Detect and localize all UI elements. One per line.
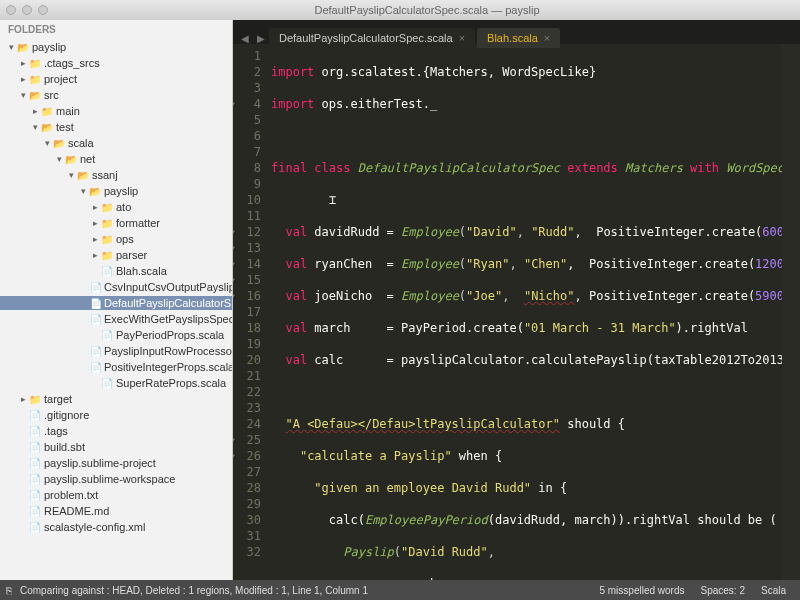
line-number[interactable]: 15 (233, 272, 261, 288)
close-tab-icon[interactable]: × (459, 32, 465, 44)
line-gutter[interactable]: 1234567891011121314151617181920212223242… (233, 44, 267, 580)
line-number[interactable]: 1 (233, 48, 261, 64)
folder-icon: 📂 (28, 90, 42, 101)
line-number[interactable]: 8 (233, 160, 261, 176)
tree-item[interactable]: 📄PayslipInputRowProcessorSpec.scala (0, 344, 232, 358)
line-number[interactable]: 13 (233, 240, 261, 256)
line-number[interactable]: 5 (233, 112, 261, 128)
tree-item[interactable]: 📄scalastyle-config.xml (0, 520, 232, 534)
tree-item[interactable]: ▸📁ops (0, 232, 232, 246)
line-number[interactable]: 14 (233, 256, 261, 272)
disclosure-icon[interactable]: ▸ (18, 74, 28, 84)
tree-item[interactable]: 📄PayPeriodProps.scala (0, 328, 232, 342)
status-spelling[interactable]: 5 misspelled words (591, 585, 692, 596)
editor-tab[interactable]: Blah.scala× (477, 28, 560, 48)
tree-item[interactable]: ▾📂ssanj (0, 168, 232, 182)
tree-item[interactable]: 📄problem.txt (0, 488, 232, 502)
tree-item[interactable]: 📄payslip.sublime-project (0, 456, 232, 470)
tree-item[interactable]: ▾📂src (0, 88, 232, 102)
line-number[interactable]: 4 (233, 96, 261, 112)
tab-next-icon[interactable]: ▶ (253, 33, 269, 44)
line-number[interactable]: 31 (233, 528, 261, 544)
line-number[interactable]: 17 (233, 304, 261, 320)
tree-item[interactable]: ▸📁ato (0, 200, 232, 214)
tree-item[interactable]: 📄Blah.scala (0, 264, 232, 278)
tab-bar[interactable]: ◀ ▶ DefaultPayslipCalculatorSpec.scala×B… (233, 20, 800, 44)
disclosure-icon[interactable]: ▸ (18, 58, 28, 68)
zoom-window-icon[interactable] (38, 5, 48, 15)
minimap[interactable] (782, 44, 800, 580)
folder-tree[interactable]: ▾📂payslip▸📁.ctags_srcs▸📁project▾📂src▸📁ma… (0, 39, 232, 535)
disclosure-icon[interactable]: ▸ (30, 106, 40, 116)
traffic-lights[interactable] (6, 5, 48, 15)
line-number[interactable]: 26 (233, 448, 261, 464)
disclosure-icon[interactable]: ▾ (78, 186, 88, 196)
line-number[interactable]: 16 (233, 288, 261, 304)
tree-item[interactable]: ▸📁formatter (0, 216, 232, 230)
disclosure-icon[interactable]: ▸ (90, 218, 100, 228)
disclosure-icon[interactable]: ▸ (90, 202, 100, 212)
disclosure-icon[interactable]: ▾ (54, 154, 64, 164)
line-number[interactable]: 12 (233, 224, 261, 240)
file-icon: 📄 (28, 410, 42, 421)
line-number[interactable]: 29 (233, 496, 261, 512)
close-window-icon[interactable] (6, 5, 16, 15)
line-number[interactable]: 24 (233, 416, 261, 432)
tree-item[interactable]: 📄build.sbt (0, 440, 232, 454)
tree-item[interactable]: 📄CsvInputCsvOutputPayslipGeneratorSpec.s… (0, 280, 232, 294)
tree-item[interactable]: ▸📁parser (0, 248, 232, 262)
line-number[interactable]: 23 (233, 400, 261, 416)
line-number[interactable]: 25 (233, 432, 261, 448)
line-number[interactable]: 20 (233, 352, 261, 368)
disclosure-icon[interactable]: ▾ (42, 138, 52, 148)
close-tab-icon[interactable]: × (544, 32, 550, 44)
editor-tab[interactable]: DefaultPayslipCalculatorSpec.scala× (269, 28, 475, 48)
line-number[interactable]: 3 (233, 80, 261, 96)
folder-sidebar[interactable]: FOLDERS ▾📂payslip▸📁.ctags_srcs▸📁project▾… (0, 20, 233, 580)
tree-item[interactable]: 📄ExecWithGetPayslipsSpec.scala (0, 312, 232, 326)
line-number[interactable]: 28 (233, 480, 261, 496)
line-number[interactable]: 32 (233, 544, 261, 560)
tree-item[interactable]: 📄payslip.sublime-workspace (0, 472, 232, 486)
line-number[interactable]: 21 (233, 368, 261, 384)
line-number[interactable]: 19 (233, 336, 261, 352)
tree-item[interactable]: ▾📂test (0, 120, 232, 134)
tree-item[interactable]: ▾📂payslip (0, 184, 232, 198)
tree-item[interactable]: 📄DefaultPayslipCalculatorSpec.scala (0, 296, 232, 310)
disclosure-icon[interactable]: ▾ (30, 122, 40, 132)
window-title: DefaultPayslipCalculatorSpec.scala — pay… (60, 4, 794, 16)
tree-item[interactable]: ▾📂payslip (0, 40, 232, 54)
tree-item[interactable]: ▾📂net (0, 152, 232, 166)
minimize-window-icon[interactable] (22, 5, 32, 15)
tree-item[interactable]: 📄SuperRateProps.scala (0, 376, 232, 390)
line-number[interactable]: 22 (233, 384, 261, 400)
disclosure-icon[interactable]: ▸ (90, 234, 100, 244)
tree-item[interactable]: ▸📁target (0, 392, 232, 406)
tree-item[interactable]: 📄.tags (0, 424, 232, 438)
line-number[interactable]: 30 (233, 512, 261, 528)
line-number[interactable]: 10 (233, 192, 261, 208)
tree-item[interactable]: ▸📁project (0, 72, 232, 86)
line-number[interactable]: 7 (233, 144, 261, 160)
disclosure-icon[interactable]: ▾ (18, 90, 28, 100)
disclosure-icon[interactable]: ▸ (90, 250, 100, 260)
status-indent[interactable]: Spaces: 2 (693, 585, 753, 596)
tree-item[interactable]: 📄PositiveIntegerProps.scala (0, 360, 232, 374)
line-number[interactable]: 18 (233, 320, 261, 336)
disclosure-icon[interactable]: ▾ (66, 170, 76, 180)
line-number[interactable]: 27 (233, 464, 261, 480)
disclosure-icon[interactable]: ▾ (6, 42, 16, 52)
tree-item[interactable]: ▾📂scala (0, 136, 232, 150)
tree-item[interactable]: ▸📁.ctags_srcs (0, 56, 232, 70)
line-number[interactable]: 2 (233, 64, 261, 80)
line-number[interactable]: 9 (233, 176, 261, 192)
tab-prev-icon[interactable]: ◀ (237, 33, 253, 44)
disclosure-icon[interactable]: ▸ (18, 394, 28, 404)
tree-item[interactable]: ▸📁main (0, 104, 232, 118)
line-number[interactable]: 11 (233, 208, 261, 224)
tree-item[interactable]: 📄.gitignore (0, 408, 232, 422)
code-editor[interactable]: import org.scalatest.{Matchers, WordSpec… (267, 44, 782, 580)
status-language[interactable]: Scala (753, 585, 794, 596)
line-number[interactable]: 6 (233, 128, 261, 144)
tree-item[interactable]: 📄README.md (0, 504, 232, 518)
